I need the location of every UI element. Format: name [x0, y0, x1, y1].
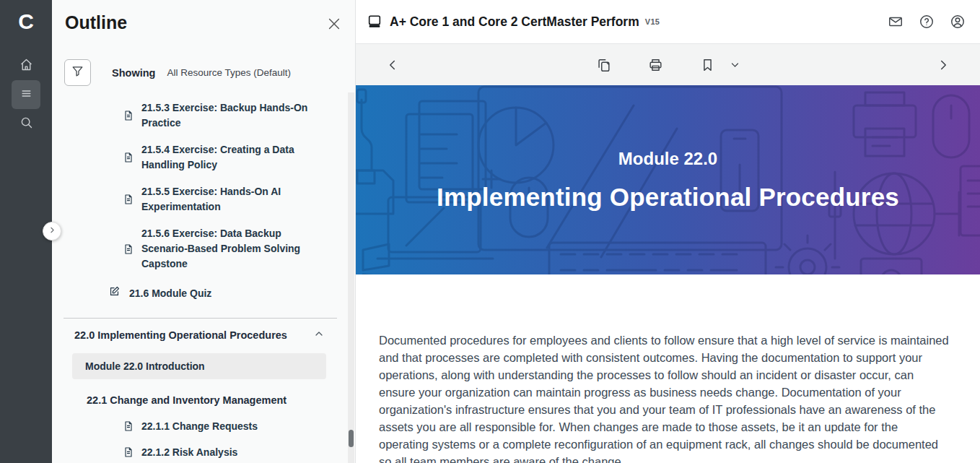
outline-item-21-5-3[interactable]: 21.5.3 Exercise: Backup Hands-On Practic…: [123, 100, 356, 131]
module-hero-banner: Module 22.0 Implementing Operational Pro…: [356, 85, 980, 274]
search-icon: [19, 115, 34, 133]
outline-item-22-1-1[interactable]: 22.1.1 Change Requests: [123, 420, 356, 432]
outline-section-22-0[interactable]: 22.0 Implementing Operational Procedures: [74, 328, 325, 342]
account-icon[interactable]: [950, 14, 966, 30]
header-actions: [888, 14, 966, 30]
outline-menu-button[interactable]: [12, 80, 40, 109]
banner-gradient: [356, 85, 980, 274]
close-outline-button[interactable]: [326, 16, 344, 33]
comptia-logo: C: [0, 6, 52, 38]
banner-module-label: Module 22.0: [618, 149, 717, 169]
menu-icon: [19, 86, 34, 104]
reader-toolbar: [356, 44, 980, 85]
outline-item-21-5-6[interactable]: 21.5.6 Exercise: Data Backup Scenario-Ba…: [123, 226, 356, 272]
document-icon: [123, 152, 134, 163]
document-icon: [123, 110, 134, 121]
outline-item-21-5-5[interactable]: 21.5.5 Exercise: Hands-On AI Experimenta…: [123, 184, 356, 215]
close-icon: [326, 22, 342, 34]
previous-page-button[interactable]: [385, 57, 401, 73]
outline-item-label: 21.5.3 Exercise: Backup Hands-On Practic…: [141, 100, 312, 131]
bookmark-icon[interactable]: [699, 57, 715, 73]
document-icon: [123, 420, 134, 432]
outline-item-module-22-0-introduction[interactable]: Module 22.0 Introduction: [72, 353, 326, 379]
bookmark-dropdown-chevron[interactable]: [729, 59, 740, 71]
chevron-up-icon: [313, 328, 325, 342]
outline-item-22-1[interactable]: 22.1 Change and Inventory Management: [87, 394, 356, 406]
outline-item-21-6-quiz[interactable]: 21.6 Module Quiz: [108, 285, 356, 300]
outline-divider: [64, 318, 337, 319]
search-button[interactable]: [12, 109, 40, 138]
lesson-paragraph: Documented procedures for employees and …: [379, 332, 950, 463]
filter-button[interactable]: [64, 59, 91, 86]
outline-section-label: 22.0 Implementing Operational Procedures: [74, 329, 287, 341]
banner-module-title: Implementing Operational Procedures: [437, 183, 899, 212]
app-screen: C Outline Showing All Resource Types (De…: [0, 0, 980, 463]
outline-item-label: 21.5.5 Exercise: Hands-On AI Experimenta…: [141, 184, 312, 215]
filter-value[interactable]: All Resource Types (Default): [167, 67, 291, 78]
course-book-icon: [367, 14, 382, 30]
outline-item-label: 21.6 Module Quiz: [129, 287, 211, 299]
filter-row: Showing All Resource Types (Default): [64, 59, 291, 86]
outline-panel-title: Outline: [65, 12, 127, 33]
outline-scrollbar-thumb[interactable]: [349, 430, 354, 447]
mail-icon[interactable]: [888, 14, 904, 30]
outline-item-label: 22.1.2 Risk Analysis: [141, 446, 237, 458]
document-icon: [123, 243, 134, 255]
help-icon[interactable]: [919, 14, 935, 30]
filter-funnel-icon: [71, 64, 84, 81]
next-page-button[interactable]: [935, 57, 951, 73]
outline-item-label: 21.5.4 Exercise: Creating a Data Handlin…: [141, 142, 312, 173]
home-button[interactable]: [12, 51, 40, 80]
outline-scrollbar-track[interactable]: [348, 92, 354, 463]
print-icon[interactable]: [647, 57, 663, 73]
outline-item-label: 21.5.6 Exercise: Data Backup Scenario-Ba…: [141, 226, 312, 272]
outline-item-label: 22.1.1 Change Requests: [141, 420, 258, 432]
outline-panel: Outline Showing All Resource Types (Defa…: [52, 0, 356, 463]
home-icon: [19, 57, 34, 75]
course-title: A+ Core 1 and Core 2 CertMaster Perform: [390, 14, 639, 30]
showing-label: Showing: [112, 67, 155, 79]
toolbar-center-group: [595, 57, 740, 73]
outline-item-22-1-2[interactable]: 22.1.2 Risk Analysis: [123, 446, 356, 458]
course-version-badge: V15: [645, 17, 660, 26]
quiz-pencil-icon: [108, 285, 121, 300]
document-icon: [123, 194, 134, 205]
panel-collapse-button[interactable]: [43, 222, 61, 241]
chevron-right-icon: [48, 225, 57, 238]
outline-item-21-5-4[interactable]: 21.5.4 Exercise: Creating a Data Handlin…: [123, 142, 356, 173]
lesson-content: Documented procedures for employees and …: [356, 274, 980, 463]
main-area: A+ Core 1 and Core 2 CertMaster Perform …: [356, 0, 980, 463]
outline-item-label: Module 22.0 Introduction: [85, 360, 205, 372]
course-header: A+ Core 1 and Core 2 CertMaster Perform …: [356, 0, 980, 44]
outline-list: 21.5.3 Exercise: Backup Hands-On Practic…: [52, 100, 356, 458]
document-icon: [123, 446, 134, 458]
copy-icon[interactable]: [595, 57, 611, 73]
